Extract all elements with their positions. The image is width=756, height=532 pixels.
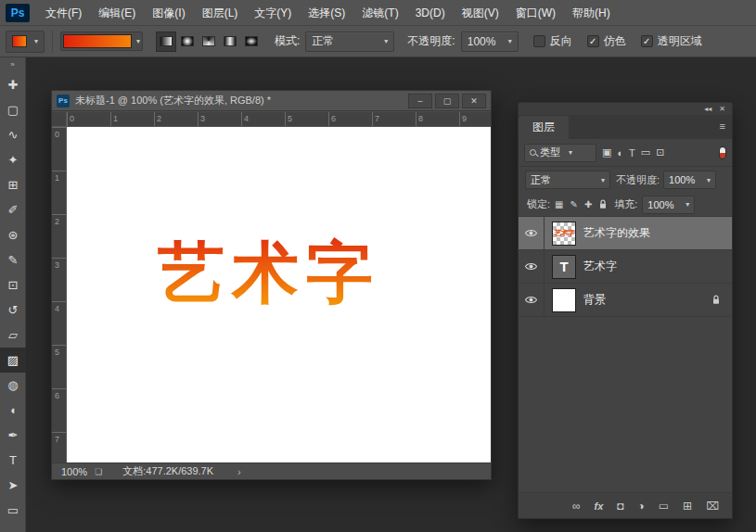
- shape-tool[interactable]: ▭: [0, 498, 26, 523]
- v-ruler-number: 5: [55, 348, 59, 357]
- dither-checkbox[interactable]: ✓仿色: [587, 33, 626, 49]
- lock-transparent-pixels-icon[interactable]: ▦: [555, 199, 563, 209]
- layer-name[interactable]: 背景: [583, 292, 606, 308]
- panel-opacity-select[interactable]: 100% ▾: [663, 171, 716, 189]
- gradient-tool[interactable]: ▨: [0, 348, 26, 373]
- link-layers-icon[interactable]: ∞: [572, 500, 581, 513]
- filter-smart-object-icon[interactable]: ⊡: [656, 146, 664, 158]
- quick-selection-tool[interactable]: ✦: [0, 147, 26, 172]
- menu-item-8[interactable]: 视图(V): [454, 0, 507, 26]
- layer-thumbnail[interactable]: 艺术字: [552, 222, 576, 246]
- panel-blend-mode-select[interactable]: 正常 ▾: [525, 171, 610, 189]
- layer-style-icon[interactable]: fx: [594, 500, 603, 512]
- opacity-select[interactable]: 100% ▾: [461, 32, 519, 52]
- reverse-checkbox[interactable]: 反向: [533, 33, 572, 49]
- photoshop-logo: Ps: [6, 4, 30, 22]
- layer-row-background[interactable]: 背景: [519, 284, 732, 317]
- healing-brush-tool[interactable]: ⊛: [0, 222, 26, 247]
- type-tool[interactable]: T: [0, 448, 26, 473]
- collapse-panels-icon[interactable]: ◂◂: [704, 103, 711, 115]
- diamond-gradient-button[interactable]: [241, 32, 262, 52]
- filter-shape-layers-icon[interactable]: ▭: [641, 146, 650, 158]
- h-ruler-number: 4: [244, 114, 249, 123]
- new-group-icon[interactable]: ▭: [659, 500, 669, 513]
- filter-kind-select[interactable]: 类型 ▾: [524, 144, 596, 162]
- zoom-level[interactable]: 100%: [61, 466, 87, 477]
- layer-row-effects[interactable]: 艺术字 艺术字的效果: [519, 217, 732, 250]
- radial-gradient-button[interactable]: [177, 32, 198, 52]
- blur-tool[interactable]: ◍: [0, 373, 26, 398]
- clone-stamp-tool[interactable]: ⊡: [0, 272, 26, 298]
- lock-all-icon[interactable]: [598, 199, 608, 209]
- lock-image-pixels-icon[interactable]: ✎: [570, 199, 578, 209]
- angle-gradient-button[interactable]: [199, 32, 219, 52]
- collapse-toolbar-icon[interactable]: »: [0, 57, 25, 72]
- visibility-toggle[interactable]: [519, 250, 545, 283]
- status-menu-chevron[interactable]: ›: [237, 466, 241, 477]
- crop-tool[interactable]: ⊞: [0, 172, 26, 197]
- history-brush-tool[interactable]: ↺: [0, 298, 26, 323]
- filter-type-layers-icon[interactable]: T: [629, 147, 635, 158]
- close-button[interactable]: ✕: [462, 94, 486, 108]
- gradient-picker[interactable]: ▾: [60, 32, 143, 51]
- maximize-button[interactable]: ▢: [435, 94, 459, 108]
- menu-item-9[interactable]: 窗口(W): [507, 0, 564, 26]
- document-title-bar[interactable]: Ps 未标题-1 @ 100% (艺术字的效果, RGB/8) * – ▢ ✕: [52, 91, 491, 111]
- h-ruler-number: 3: [200, 114, 205, 123]
- filter-adjustment-layers-icon[interactable]: ◐: [617, 147, 623, 158]
- layer-row-text[interactable]: T 艺术字: [519, 250, 732, 284]
- menu-item-6[interactable]: 滤镜(T): [353, 0, 406, 26]
- filter-pixel-layers-icon[interactable]: ▣: [602, 146, 611, 158]
- reverse-checkbox-box[interactable]: [533, 35, 545, 47]
- marquee-tool[interactable]: ▢: [0, 97, 26, 122]
- dither-checkbox-box[interactable]: ✓: [587, 35, 599, 47]
- menu-item-10[interactable]: 帮助(H): [564, 0, 619, 26]
- fill-select[interactable]: 100% ▾: [642, 196, 695, 214]
- adjustment-layer-icon[interactable]: ◑: [638, 500, 645, 513]
- tool-preset-picker[interactable]: ▾: [6, 31, 45, 53]
- menu-item-7[interactable]: 3D(D): [407, 0, 454, 26]
- linear-gradient-button[interactable]: [156, 32, 176, 52]
- angle-gradient-icon: [202, 36, 215, 46]
- text-layer-thumbnail[interactable]: T: [552, 255, 576, 279]
- canvas[interactable]: 艺术字: [67, 127, 491, 462]
- menu-item-0[interactable]: 文件(F): [37, 0, 90, 26]
- path-selection-tool[interactable]: ➤: [0, 473, 26, 498]
- lasso-tool[interactable]: ∿: [0, 122, 26, 147]
- minimize-button[interactable]: –: [408, 94, 432, 108]
- reflected-gradient-button[interactable]: [220, 32, 240, 52]
- menu-item-1[interactable]: 编辑(E): [90, 0, 144, 26]
- new-layer-icon[interactable]: ⊞: [683, 500, 692, 513]
- gradient-sample[interactable]: [63, 34, 132, 48]
- h-ruler-number: 8: [418, 114, 423, 123]
- brush-tool[interactable]: ✎: [0, 247, 26, 272]
- chevron-down-icon: ▾: [569, 148, 572, 157]
- layer-name[interactable]: 艺术字: [583, 259, 617, 274]
- eyedropper-tool[interactable]: ✐: [0, 197, 26, 222]
- status-icon: ❏: [95, 467, 102, 476]
- transparency-checkbox[interactable]: ✓透明区域: [641, 33, 702, 49]
- pen-tool[interactable]: ✒: [0, 423, 26, 448]
- tab-layers[interactable]: 图层: [519, 116, 569, 139]
- layer-filter-toggle[interactable]: [719, 146, 726, 159]
- dodge-tool[interactable]: ◖: [0, 398, 26, 423]
- delete-layer-icon[interactable]: ⌧: [706, 500, 719, 513]
- blend-mode-select[interactable]: 正常 ▾: [305, 32, 394, 52]
- menu-item-2[interactable]: 图像(I): [144, 0, 193, 26]
- background-layer-thumbnail[interactable]: [552, 288, 576, 312]
- close-panel-icon[interactable]: ✕: [719, 103, 725, 115]
- eraser-tool[interactable]: ▱: [0, 323, 26, 348]
- layer-name[interactable]: 艺术字的效果: [583, 225, 650, 241]
- menu-item-3[interactable]: 图层(L): [194, 0, 247, 26]
- transparency-checkbox-box[interactable]: ✓: [641, 35, 653, 47]
- panel-menu-icon[interactable]: ≡: [720, 120, 725, 132]
- menu-item-4[interactable]: 文字(Y): [246, 0, 300, 26]
- canvas-art-text[interactable]: 艺术字: [157, 235, 380, 310]
- add-layer-mask-icon[interactable]: ◘: [617, 500, 623, 513]
- move-tool[interactable]: ✚: [0, 72, 26, 97]
- menu-item-5[interactable]: 选择(S): [300, 0, 353, 26]
- visibility-toggle[interactable]: [519, 284, 545, 316]
- chevron-down-icon[interactable]: ▾: [136, 37, 140, 45]
- lock-position-icon[interactable]: ✚: [584, 199, 592, 209]
- visibility-toggle[interactable]: [519, 217, 545, 249]
